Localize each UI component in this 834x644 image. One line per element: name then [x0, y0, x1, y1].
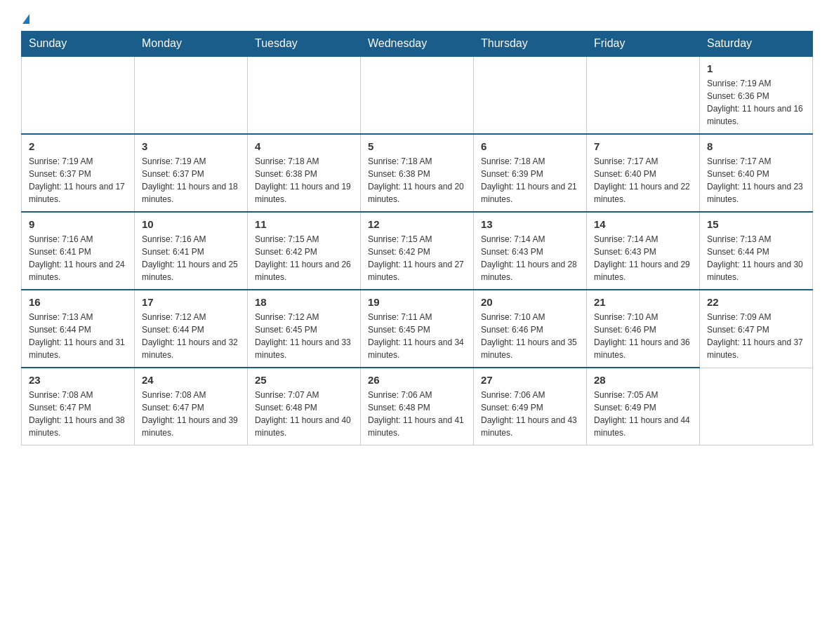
day-info: Sunrise: 7:17 AM Sunset: 6:40 PM Dayligh…: [594, 155, 692, 206]
day-number: 10: [142, 218, 240, 230]
day-number: 22: [707, 296, 805, 308]
calendar-cell: 22Sunrise: 7:09 AM Sunset: 6:47 PM Dayli…: [700, 290, 813, 368]
day-info: Sunrise: 7:08 AM Sunset: 6:47 PM Dayligh…: [142, 389, 240, 439]
calendar-header-sunday: Sunday: [22, 32, 135, 57]
calendar-header-thursday: Thursday: [474, 32, 587, 57]
day-number: 16: [29, 296, 127, 308]
page-header: [21, 14, 813, 24]
calendar-cell: 9Sunrise: 7:16 AM Sunset: 6:41 PM Daylig…: [22, 212, 135, 290]
day-info: Sunrise: 7:16 AM Sunset: 6:41 PM Dayligh…: [142, 233, 240, 283]
day-number: 27: [481, 374, 579, 386]
day-info: Sunrise: 7:07 AM Sunset: 6:48 PM Dayligh…: [255, 389, 353, 439]
calendar-cell: 3Sunrise: 7:19 AM Sunset: 6:37 PM Daylig…: [135, 134, 248, 212]
day-number: 15: [707, 218, 805, 230]
day-number: 13: [481, 218, 579, 230]
calendar-cell: [135, 56, 248, 134]
day-info: Sunrise: 7:17 AM Sunset: 6:40 PM Dayligh…: [707, 155, 805, 206]
calendar-cell: 24Sunrise: 7:08 AM Sunset: 6:47 PM Dayli…: [135, 368, 248, 445]
day-number: 5: [368, 140, 466, 152]
day-number: 1: [707, 62, 805, 74]
day-info: Sunrise: 7:15 AM Sunset: 6:42 PM Dayligh…: [368, 233, 466, 283]
calendar-cell: 12Sunrise: 7:15 AM Sunset: 6:42 PM Dayli…: [361, 212, 474, 290]
day-info: Sunrise: 7:05 AM Sunset: 6:49 PM Dayligh…: [594, 389, 692, 439]
logo: [21, 14, 29, 24]
calendar-cell: 28Sunrise: 7:05 AM Sunset: 6:49 PM Dayli…: [587, 368, 700, 445]
day-info: Sunrise: 7:16 AM Sunset: 6:41 PM Dayligh…: [29, 233, 127, 283]
calendar-cell: [474, 56, 587, 134]
calendar-cell: 14Sunrise: 7:14 AM Sunset: 6:43 PM Dayli…: [587, 212, 700, 290]
day-number: 23: [29, 374, 127, 386]
day-number: 26: [368, 374, 466, 386]
calendar-cell: [361, 56, 474, 134]
calendar-cell: 23Sunrise: 7:08 AM Sunset: 6:47 PM Dayli…: [22, 368, 135, 445]
calendar-cell: 17Sunrise: 7:12 AM Sunset: 6:44 PM Dayli…: [135, 290, 248, 368]
calendar-table: SundayMondayTuesdayWednesdayThursdayFrid…: [21, 31, 813, 445]
day-info: Sunrise: 7:18 AM Sunset: 6:38 PM Dayligh…: [255, 155, 353, 206]
calendar-week-3: 9Sunrise: 7:16 AM Sunset: 6:41 PM Daylig…: [22, 212, 813, 290]
day-info: Sunrise: 7:09 AM Sunset: 6:47 PM Dayligh…: [707, 311, 805, 361]
day-number: 25: [255, 374, 353, 386]
calendar-header-tuesday: Tuesday: [248, 32, 361, 57]
calendar-header-wednesday: Wednesday: [361, 32, 474, 57]
day-number: 2: [29, 140, 127, 152]
day-number: 19: [368, 296, 466, 308]
calendar-cell: 6Sunrise: 7:18 AM Sunset: 6:39 PM Daylig…: [474, 134, 587, 212]
day-info: Sunrise: 7:10 AM Sunset: 6:46 PM Dayligh…: [481, 311, 579, 361]
day-info: Sunrise: 7:12 AM Sunset: 6:45 PM Dayligh…: [255, 311, 353, 361]
calendar-cell: 21Sunrise: 7:10 AM Sunset: 6:46 PM Dayli…: [587, 290, 700, 368]
calendar-cell: 5Sunrise: 7:18 AM Sunset: 6:38 PM Daylig…: [361, 134, 474, 212]
calendar-cell: 25Sunrise: 7:07 AM Sunset: 6:48 PM Dayli…: [248, 368, 361, 445]
calendar-week-4: 16Sunrise: 7:13 AM Sunset: 6:44 PM Dayli…: [22, 290, 813, 368]
calendar-cell: [587, 56, 700, 134]
calendar-week-5: 23Sunrise: 7:08 AM Sunset: 6:47 PM Dayli…: [22, 368, 813, 445]
day-number: 24: [142, 374, 240, 386]
calendar-header-saturday: Saturday: [700, 32, 813, 57]
calendar-header-friday: Friday: [587, 32, 700, 57]
day-info: Sunrise: 7:13 AM Sunset: 6:44 PM Dayligh…: [707, 233, 805, 283]
calendar-cell: 26Sunrise: 7:06 AM Sunset: 6:48 PM Dayli…: [361, 368, 474, 445]
day-info: Sunrise: 7:10 AM Sunset: 6:46 PM Dayligh…: [594, 311, 692, 361]
calendar-cell: 15Sunrise: 7:13 AM Sunset: 6:44 PM Dayli…: [700, 212, 813, 290]
day-number: 6: [481, 140, 579, 152]
day-info: Sunrise: 7:19 AM Sunset: 6:37 PM Dayligh…: [142, 155, 240, 206]
day-info: Sunrise: 7:15 AM Sunset: 6:42 PM Dayligh…: [255, 233, 353, 283]
calendar-cell: 7Sunrise: 7:17 AM Sunset: 6:40 PM Daylig…: [587, 134, 700, 212]
calendar-cell: 18Sunrise: 7:12 AM Sunset: 6:45 PM Dayli…: [248, 290, 361, 368]
calendar-cell: 19Sunrise: 7:11 AM Sunset: 6:45 PM Dayli…: [361, 290, 474, 368]
calendar-cell: [700, 368, 813, 445]
day-number: 7: [594, 140, 692, 152]
calendar-cell: [248, 56, 361, 134]
day-number: 17: [142, 296, 240, 308]
day-info: Sunrise: 7:19 AM Sunset: 6:37 PM Dayligh…: [29, 155, 127, 206]
day-number: 8: [707, 140, 805, 152]
day-number: 28: [594, 374, 692, 386]
calendar-cell: 1Sunrise: 7:19 AM Sunset: 6:36 PM Daylig…: [700, 56, 813, 134]
day-number: 20: [481, 296, 579, 308]
calendar-cell: 2Sunrise: 7:19 AM Sunset: 6:37 PM Daylig…: [22, 134, 135, 212]
day-number: 21: [594, 296, 692, 308]
calendar-cell: 11Sunrise: 7:15 AM Sunset: 6:42 PM Dayli…: [248, 212, 361, 290]
day-info: Sunrise: 7:18 AM Sunset: 6:39 PM Dayligh…: [481, 155, 579, 206]
logo-triangle-icon: [22, 14, 29, 24]
day-info: Sunrise: 7:18 AM Sunset: 6:38 PM Dayligh…: [368, 155, 466, 206]
day-info: Sunrise: 7:14 AM Sunset: 6:43 PM Dayligh…: [481, 233, 579, 283]
calendar-cell: 8Sunrise: 7:17 AM Sunset: 6:40 PM Daylig…: [700, 134, 813, 212]
calendar-header-row: SundayMondayTuesdayWednesdayThursdayFrid…: [22, 32, 813, 57]
day-info: Sunrise: 7:08 AM Sunset: 6:47 PM Dayligh…: [29, 389, 127, 439]
day-number: 18: [255, 296, 353, 308]
day-number: 11: [255, 218, 353, 230]
calendar-header-monday: Monday: [135, 32, 248, 57]
calendar-cell: 27Sunrise: 7:06 AM Sunset: 6:49 PM Dayli…: [474, 368, 587, 445]
day-info: Sunrise: 7:11 AM Sunset: 6:45 PM Dayligh…: [368, 311, 466, 361]
day-number: 4: [255, 140, 353, 152]
day-number: 3: [142, 140, 240, 152]
calendar-cell: 20Sunrise: 7:10 AM Sunset: 6:46 PM Dayli…: [474, 290, 587, 368]
day-info: Sunrise: 7:12 AM Sunset: 6:44 PM Dayligh…: [142, 311, 240, 361]
day-info: Sunrise: 7:13 AM Sunset: 6:44 PM Dayligh…: [29, 311, 127, 361]
calendar-week-1: 1Sunrise: 7:19 AM Sunset: 6:36 PM Daylig…: [22, 56, 813, 134]
calendar-week-2: 2Sunrise: 7:19 AM Sunset: 6:37 PM Daylig…: [22, 134, 813, 212]
day-info: Sunrise: 7:14 AM Sunset: 6:43 PM Dayligh…: [594, 233, 692, 283]
day-info: Sunrise: 7:06 AM Sunset: 6:48 PM Dayligh…: [368, 389, 466, 439]
calendar-cell: 4Sunrise: 7:18 AM Sunset: 6:38 PM Daylig…: [248, 134, 361, 212]
calendar-cell: [22, 56, 135, 134]
